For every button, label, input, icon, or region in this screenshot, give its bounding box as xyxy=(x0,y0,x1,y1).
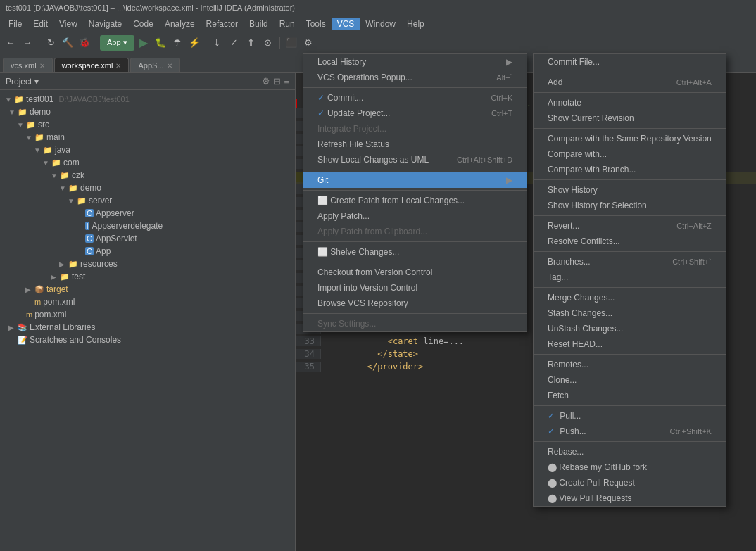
tree-pom-demo[interactable]: m pom.xml xyxy=(0,296,295,308)
git-create-pr[interactable]: ⬤ Create Pull Request xyxy=(534,475,726,490)
menu-help[interactable]: Help xyxy=(401,18,430,30)
tab-vcs-xml-label: vcs.xml xyxy=(11,61,37,70)
menu-code[interactable]: Code xyxy=(127,18,159,30)
toolbar-coverage[interactable]: ☂ xyxy=(170,35,185,51)
git-resolve-conflicts[interactable]: Resolve Conflicts... xyxy=(534,234,726,249)
toolbar-run-btn[interactable]: ▶ xyxy=(136,35,151,51)
menu-vcs[interactable]: VCS xyxy=(332,18,360,30)
menu-build[interactable]: Build xyxy=(244,18,274,30)
settings-icon[interactable]: ≡ xyxy=(284,76,289,87)
tree-appserver[interactable]: C Appserver xyxy=(0,207,295,220)
tab-vcs-xml[interactable]: vcs.xml ✕ xyxy=(3,58,53,72)
tree-com[interactable]: ▼ 📁 com xyxy=(0,156,295,169)
vcs-show-local-uml[interactable]: Show Local Changes as UML Ctrl+Alt+Shift… xyxy=(303,152,527,167)
git-pull[interactable]: ✓ Pull... xyxy=(534,408,726,424)
git-commit-file[interactable]: Commit File... xyxy=(534,54,726,70)
git-merge[interactable]: Merge Changes... xyxy=(534,290,726,305)
git-revert[interactable]: Revert... Ctrl+Alt+Z xyxy=(534,218,726,234)
toolbar-settings[interactable]: ⚙ xyxy=(301,35,316,51)
menu-window[interactable]: Window xyxy=(360,18,401,30)
tree-src[interactable]: ▼ 📁 src xyxy=(0,118,295,131)
vcs-local-history[interactable]: Local History ▶ xyxy=(303,54,527,70)
git-show-current-revision[interactable]: Show Current Revision xyxy=(534,110,726,126)
git-clone[interactable]: Clone... xyxy=(534,372,726,388)
git-unstash[interactable]: UnStash Changes... xyxy=(534,321,726,336)
git-add[interactable]: Add Ctrl+Alt+A xyxy=(534,75,726,90)
menu-run[interactable]: Run xyxy=(274,18,301,30)
toolbar-app-run[interactable]: App ▾ xyxy=(100,35,134,51)
tree-scratches[interactable]: 📝 Scratches and Consoles xyxy=(0,334,295,346)
tree-main[interactable]: ▼ 📁 main xyxy=(0,131,295,144)
git-stash[interactable]: Stash Changes... xyxy=(534,305,726,321)
git-remotes[interactable]: Remotes... xyxy=(534,357,726,372)
git-branches[interactable]: Branches... Ctrl+Shift+` xyxy=(534,254,726,270)
tab-workspace-xml[interactable]: workspace.xml ✕ xyxy=(54,58,130,72)
vcs-commit[interactable]: ✓Commit... Ctrl+K xyxy=(303,90,527,106)
vcs-browse[interactable]: Browse VCS Repository xyxy=(303,296,527,311)
tree-icon-appservlet: C xyxy=(85,234,94,243)
vcs-checkout[interactable]: Checkout from Version Control xyxy=(303,265,527,280)
vcs-shelve[interactable]: ⬜ Shelve Changes... xyxy=(303,244,527,260)
toolbar-vcs-update[interactable]: ⇓ xyxy=(210,35,225,51)
toolbar-profile[interactable]: ⚡ xyxy=(187,35,202,51)
gear-icon[interactable]: ⚙ xyxy=(262,76,270,87)
git-show-history[interactable]: Show History xyxy=(534,182,726,198)
tree-czk[interactable]: ▼ 📁 czk xyxy=(0,169,295,182)
tree-demo2[interactable]: ▼ 📁 demo xyxy=(0,182,295,194)
git-tag[interactable]: Tag... xyxy=(534,270,726,285)
menu-view[interactable]: View xyxy=(53,18,83,30)
git-view-pr[interactable]: ⬤ View Pull Requests xyxy=(534,490,726,506)
tree-pom-root[interactable]: m pom.xml xyxy=(0,308,295,321)
tree-server[interactable]: ▼ 📁 server xyxy=(0,194,295,207)
vcs-git[interactable]: Git ▶ xyxy=(303,172,527,188)
toolbar-terminal[interactable]: ⬛ xyxy=(284,35,299,51)
git-reset-head[interactable]: Reset HEAD... xyxy=(534,336,726,352)
toolbar-vcs-commit[interactable]: ✓ xyxy=(227,35,242,51)
vcs-update-project[interactable]: ✓Update Project... Ctrl+T xyxy=(303,106,527,121)
toolbar-debug[interactable]: 🐞 xyxy=(77,35,92,51)
toolbar-back[interactable]: ← xyxy=(3,35,18,51)
git-push[interactable]: ✓ Push... Ctrl+Shift+K xyxy=(534,424,726,439)
tree-resources[interactable]: ▶ 📁 resources xyxy=(0,258,295,270)
toolbar-vcs-history[interactable]: ⊙ xyxy=(260,35,276,51)
vcs-operations-popup[interactable]: VCS Operations Popup... Alt+` xyxy=(303,70,527,85)
toolbar-refresh[interactable]: ↻ xyxy=(43,35,58,51)
tab-appservlet[interactable]: AppS... ✕ xyxy=(130,58,179,72)
git-rebase-github[interactable]: ⬤ Rebase my GitHub fork xyxy=(534,460,726,475)
toolbar-vcs-push[interactable]: ⇑ xyxy=(244,35,259,51)
tab-appservlet-close[interactable]: ✕ xyxy=(167,62,172,70)
tree-root[interactable]: ▼ 📁 test001 D:\JAVAOBJ\test001 xyxy=(0,93,295,106)
tree-appservlet[interactable]: C AppServlet xyxy=(0,232,295,245)
git-fetch[interactable]: Fetch xyxy=(534,388,726,403)
expand-icon[interactable]: ⊟ xyxy=(273,76,281,87)
tab-vcs-xml-close[interactable]: ✕ xyxy=(39,62,45,70)
tree-appserverdelegate[interactable]: i Appserverdelegate xyxy=(0,220,295,232)
vcs-create-patch[interactable]: ⬜ Create Patch from Local Changes... xyxy=(303,193,527,208)
tab-workspace-xml-close[interactable]: ✕ xyxy=(115,62,121,70)
git-show-history-selection[interactable]: Show History for Selection xyxy=(534,198,726,213)
toolbar-forward[interactable]: → xyxy=(20,35,35,51)
menu-tools[interactable]: Tools xyxy=(301,18,332,30)
vcs-apply-patch[interactable]: Apply Patch... xyxy=(303,208,527,224)
vcs-refresh-status[interactable]: Refresh File Status xyxy=(303,137,527,152)
git-sep-6 xyxy=(534,251,726,252)
menu-file[interactable]: File xyxy=(3,18,27,30)
git-compare-same-repo[interactable]: Compare with the Same Repository Version xyxy=(534,131,726,146)
toolbar-build[interactable]: 🔨 xyxy=(60,35,75,51)
toolbar-debug-btn[interactable]: 🐛 xyxy=(153,35,168,51)
tree-java[interactable]: ▼ 📁 java xyxy=(0,144,295,156)
tree-test[interactable]: ▶ 📁 test xyxy=(0,270,295,283)
menu-edit[interactable]: Edit xyxy=(27,18,53,30)
vcs-import[interactable]: Import into Version Control xyxy=(303,280,527,296)
tree-app[interactable]: C App xyxy=(0,245,295,258)
git-annotate[interactable]: Annotate xyxy=(534,95,726,110)
menu-refactor[interactable]: Refactor xyxy=(201,18,244,30)
menu-navigate[interactable]: Navigate xyxy=(83,18,127,30)
tree-ext-libs[interactable]: ▶ 📚 External Libraries xyxy=(0,321,295,334)
git-compare-branch[interactable]: Compare with Branch... xyxy=(534,162,726,177)
git-rebase[interactable]: Rebase... xyxy=(534,444,726,460)
git-compare-with[interactable]: Compare with... xyxy=(534,146,726,162)
tree-target[interactable]: ▶ 📦 target xyxy=(0,283,295,296)
menu-analyze[interactable]: Analyze xyxy=(159,18,201,30)
tree-demo[interactable]: ▼ 📁 demo xyxy=(0,106,295,118)
